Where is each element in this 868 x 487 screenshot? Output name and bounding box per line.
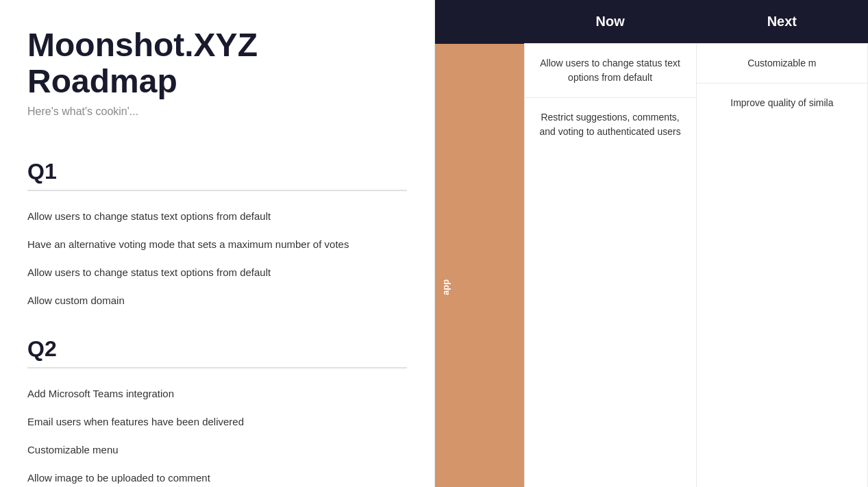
feature-text: Improve quality of simila bbox=[697, 84, 867, 123]
list-item: Have an alternative voting mode that set… bbox=[27, 230, 407, 258]
table-row: app Allow users to change status text op… bbox=[435, 44, 868, 488]
list-item: Allow users to change status text option… bbox=[27, 202, 407, 230]
list-item: Allow custom domain bbox=[27, 286, 407, 314]
feature-stack: Allow users to change status text option… bbox=[525, 44, 696, 151]
col-header-next: Next bbox=[696, 0, 867, 44]
feature-text: Allow users to change status text option… bbox=[525, 44, 696, 98]
q2-label: Q2 bbox=[27, 336, 407, 362]
app-subtitle: Here's what's cookin'... bbox=[27, 105, 407, 118]
q1-label: Q1 bbox=[27, 159, 407, 184]
list-item: Allow users to change status text option… bbox=[27, 258, 407, 286]
col-header-now: Now bbox=[524, 0, 696, 44]
left-panel: Moonshot.XYZ Roadmap Here's what's cooki… bbox=[0, 0, 435, 487]
feature-text: Customizable m bbox=[697, 44, 867, 84]
list-item: Add Microsoft Teams integration bbox=[27, 379, 407, 408]
now-features-cell: Allow users to change status text option… bbox=[524, 44, 696, 488]
right-panel: Now Next app Allow users to change statu… bbox=[435, 0, 868, 487]
q1-divider bbox=[27, 190, 407, 191]
list-item: Allow image to be uploaded to comment bbox=[27, 464, 407, 487]
feature-stack: Customizable m Improve quality of simila bbox=[697, 44, 867, 123]
app-title: Moonshot.XYZ Roadmap bbox=[27, 27, 407, 100]
col-header-label bbox=[435, 0, 524, 44]
roadmap-table: Now Next app Allow users to change statu… bbox=[435, 0, 868, 487]
next-features-cell: Customizable m Improve quality of simila bbox=[696, 44, 867, 488]
segment-label: app bbox=[435, 44, 456, 488]
list-item: Email users when features have been deli… bbox=[27, 408, 407, 436]
feature-text: Restrict suggestions, comments, and voti… bbox=[525, 98, 696, 151]
segment-label-cell: app bbox=[435, 44, 524, 488]
q2-divider bbox=[27, 367, 407, 369]
q1-section: Q1 Allow users to change status text opt… bbox=[27, 159, 407, 314]
list-item: Customizable menu bbox=[27, 436, 407, 464]
q2-section: Q2 Add Microsoft Teams integration Email… bbox=[27, 336, 407, 487]
